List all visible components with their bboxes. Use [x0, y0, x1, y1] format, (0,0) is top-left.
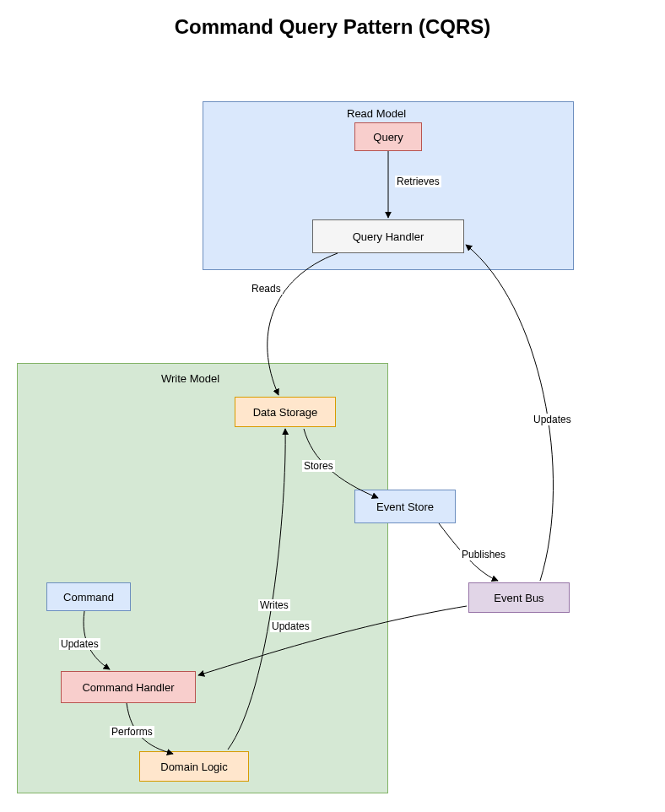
- edge-label-reads: Reads: [250, 283, 283, 295]
- query-node: Query: [354, 122, 422, 151]
- command-handler-node: Command Handler: [61, 671, 196, 703]
- event-bus-node: Event Bus: [468, 582, 570, 613]
- command-label: Command: [63, 591, 114, 604]
- edge-label-stores: Stores: [302, 460, 335, 472]
- command-node: Command: [46, 582, 131, 611]
- edge-label-publishes: Publishes: [460, 549, 507, 560]
- event-store-label: Event Store: [376, 501, 434, 513]
- domain-logic-label: Domain Logic: [160, 761, 228, 773]
- edge-label-writes: Writes: [258, 599, 290, 611]
- event-store-node: Event Store: [354, 490, 456, 523]
- edge-label-performs: Performs: [110, 726, 154, 738]
- write-model-label: Write Model: [161, 372, 219, 385]
- edge-label-updates-bus-qh: Updates: [532, 414, 573, 425]
- read-model-label: Read Model: [347, 107, 406, 120]
- command-handler-label: Command Handler: [82, 681, 174, 694]
- data-storage-label: Data Storage: [253, 406, 318, 419]
- edge-label-updates-bus-ch: Updates: [270, 620, 311, 632]
- data-storage-node: Data Storage: [235, 397, 336, 427]
- write-model-container: Write Model: [17, 363, 388, 793]
- event-bus-label: Event Bus: [494, 592, 543, 604]
- diagram-title: Command Query Pattern (CQRS): [0, 15, 665, 39]
- domain-logic-node: Domain Logic: [139, 751, 249, 782]
- query-label: Query: [373, 131, 403, 143]
- query-handler-node: Query Handler: [312, 219, 464, 253]
- edge-label-updates-cmd-ch: Updates: [59, 638, 100, 650]
- edge-label-retrieves: Retrieves: [395, 176, 441, 187]
- query-handler-label: Query Handler: [353, 230, 424, 243]
